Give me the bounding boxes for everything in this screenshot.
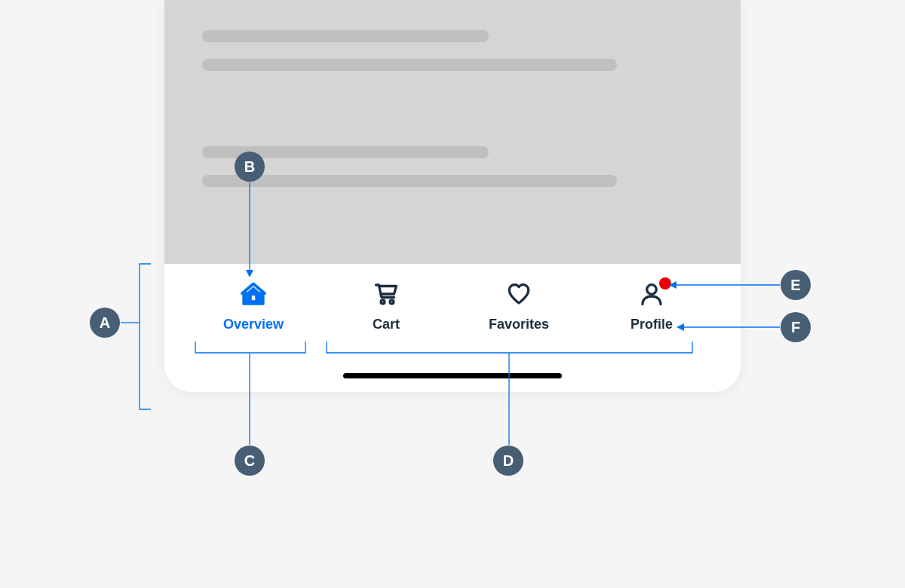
skeleton-line <box>202 59 617 71</box>
tab-label: Profile <box>630 317 673 332</box>
annotation-B: B <box>235 152 265 182</box>
annotation-E: E <box>781 270 811 300</box>
tab-cart[interactable]: Cart <box>330 279 443 332</box>
home-icon <box>238 279 268 309</box>
notification-badge <box>659 277 671 289</box>
annotation-C: C <box>235 446 265 476</box>
svg-rect-0 <box>251 296 256 302</box>
skeleton-line <box>202 30 489 42</box>
heart-icon <box>504 279 534 309</box>
tab-overview[interactable]: Overview <box>197 279 310 332</box>
device-frame: Overview Cart <box>164 0 741 392</box>
svg-point-3 <box>647 285 657 295</box>
tab-label: Cart <box>373 317 400 332</box>
svg-point-2 <box>390 300 394 304</box>
tab-favorites[interactable]: Favorites <box>462 279 575 332</box>
user-icon <box>637 279 667 309</box>
svg-point-1 <box>381 300 385 304</box>
content-placeholder <box>164 0 741 264</box>
tab-label: Favorites <box>489 317 549 332</box>
home-indicator <box>343 373 562 378</box>
annotation-A: A <box>90 308 120 338</box>
cart-icon <box>371 279 401 309</box>
tab-profile[interactable]: Profile <box>595 279 708 332</box>
tab-label: Overview <box>223 317 284 332</box>
skeleton-line <box>202 175 617 187</box>
tab-bar: Overview Cart <box>164 264 741 392</box>
annotation-F: F <box>781 312 811 342</box>
annotation-D: D <box>493 446 523 476</box>
